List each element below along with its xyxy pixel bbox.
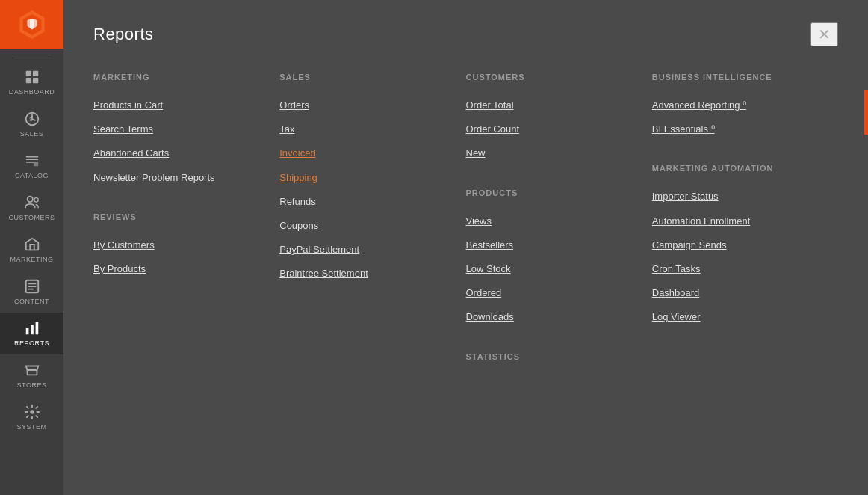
sidebar: DASHBOARD $ SALES CATALOG CUSTOMERS MARK…: [0, 0, 63, 495]
section-link-item[interactable]: Search Terms: [93, 117, 264, 141]
sidebar-item-marketing[interactable]: MARKETING: [0, 229, 63, 271]
section-heading: Products: [466, 188, 637, 197]
section-bi-col-0: Business IntelligenceAdvanced Reporting …: [652, 73, 823, 141]
section-bi-col-1: Marketing AutomationImporter StatusAutom…: [652, 164, 823, 329]
section-link-item[interactable]: Invoiced: [279, 141, 450, 165]
section-link-item[interactable]: Views: [466, 209, 637, 233]
sidebar-item-label: MARKETING: [10, 256, 53, 263]
section-link-item[interactable]: Refunds: [279, 190, 450, 214]
section-link-item[interactable]: Order Total: [466, 93, 637, 117]
section-link-item[interactable]: Downloads: [466, 305, 637, 329]
logo-icon: [18, 10, 46, 39]
sidebar-item-system[interactable]: SYSTEM: [0, 396, 63, 438]
section-link-item[interactable]: PayPal Settlement: [279, 238, 450, 262]
section-link-item[interactable]: Campaign Sends: [652, 233, 823, 257]
reports-grid: MarketingProducts in CartSearch TermsAba…: [93, 73, 838, 384]
section-marketing-col-0: MarketingProducts in CartSearch TermsAba…: [93, 73, 264, 190]
section-heading: Statistics: [466, 352, 637, 361]
svg-rect-0: [25, 71, 31, 76]
section-link-item[interactable]: Automation Enrollment: [652, 209, 823, 233]
section-customers-col-2: Statistics: [466, 352, 637, 361]
sidebar-item-catalog[interactable]: CATALOG: [0, 145, 63, 187]
section-heading: Customers: [466, 73, 637, 82]
dashboard-icon: [24, 69, 40, 85]
svg-rect-2: [25, 78, 31, 83]
section-link-item[interactable]: Cron Tasks: [652, 257, 823, 281]
reports-icon: [24, 320, 40, 336]
section-link-item[interactable]: By Products: [93, 257, 264, 281]
svg-rect-6: [33, 162, 37, 166]
sidebar-item-label: SYSTEM: [16, 423, 46, 431]
svg-point-7: [27, 197, 32, 202]
section-link-item[interactable]: Bestsellers: [466, 233, 637, 257]
sidebar-divider-top: [13, 58, 51, 58]
catalog-icon: [24, 153, 40, 169]
section-heading: Marketing Automation: [652, 164, 823, 173]
reports-column-sales-col: SalesOrdersTaxInvoicedShippingRefundsCou…: [279, 73, 465, 384]
section-marketing-col-1: ReviewsBy CustomersBy Products: [93, 212, 264, 281]
sidebar-item-dashboard[interactable]: DASHBOARD: [0, 61, 63, 103]
reports-column-bi-col: Business IntelligenceAdvanced Reporting …: [652, 73, 838, 384]
section-heading: Sales: [279, 73, 450, 82]
section-link-item[interactable]: Newsletter Problem Reports: [93, 166, 264, 190]
sidebar-item-reports[interactable]: REPORTS: [0, 313, 63, 354]
section-heading: Reviews: [93, 212, 264, 221]
section-link-item[interactable]: By Customers: [93, 233, 264, 257]
section-link-item[interactable]: Advanced Reporting ⁰: [652, 93, 823, 117]
svg-point-13: [30, 410, 34, 414]
sidebar-item-content[interactable]: CONTENT: [0, 271, 63, 313]
section-link-item[interactable]: Orders: [279, 93, 450, 117]
system-icon: [24, 404, 40, 420]
svg-text:$: $: [29, 116, 33, 123]
reports-column-customers-col: CustomersOrder TotalOrder CountNewProduc…: [466, 73, 652, 384]
svg-rect-1: [32, 71, 37, 76]
svg-rect-12: [35, 322, 38, 335]
sidebar-item-customers[interactable]: CUSTOMERS: [0, 187, 63, 229]
section-link-item[interactable]: BI Essentials ⁰: [652, 117, 823, 141]
reports-column-marketing-col: MarketingProducts in CartSearch TermsAba…: [93, 73, 279, 384]
section-link-item[interactable]: Dashboard: [652, 281, 823, 305]
section-link-item[interactable]: Importer Status: [652, 185, 823, 209]
sidebar-item-label: CATALOG: [15, 172, 49, 179]
svg-point-8: [34, 198, 38, 203]
content-icon: [24, 278, 40, 295]
accent-bar: [864, 90, 868, 135]
section-sales-col-0: SalesOrdersTaxInvoicedShippingRefundsCou…: [279, 73, 450, 286]
reports-panel: Reports ✕ MarketingProducts in CartSearc…: [63, 0, 868, 495]
marketing-icon: [24, 236, 40, 253]
section-link-item[interactable]: New: [466, 141, 637, 165]
reports-title: Reports: [93, 25, 154, 44]
sidebar-item-label: CONTENT: [14, 298, 49, 305]
customers-icon: [24, 194, 40, 211]
section-customers-col-0: CustomersOrder TotalOrder CountNew: [466, 73, 637, 166]
section-customers-col-1: ProductsViewsBestsellersLow StockOrdered…: [466, 188, 637, 330]
section-link-item[interactable]: Order Count: [466, 117, 637, 141]
reports-header: Reports ✕: [93, 22, 838, 46]
section-link-item[interactable]: Braintree Settlement: [279, 262, 450, 286]
section-link-item[interactable]: Ordered: [466, 281, 637, 305]
main-content: Reports ✕ MarketingProducts in CartSearc…: [63, 0, 868, 495]
sidebar-item-stores[interactable]: STORES: [0, 354, 63, 396]
sidebar-item-label: SALES: [20, 130, 44, 138]
stores-icon: [24, 362, 40, 378]
svg-rect-3: [32, 78, 37, 83]
sidebar-item-label: CUSTOMERS: [9, 214, 55, 221]
svg-rect-10: [25, 328, 28, 334]
section-link-item[interactable]: Low Stock: [466, 257, 637, 281]
section-link-item[interactable]: Products in Cart: [93, 93, 264, 117]
sidebar-item-label: STORES: [17, 381, 47, 389]
sidebar-item-sales[interactable]: $ SALES: [0, 103, 63, 145]
close-button[interactable]: ✕: [810, 22, 838, 46]
section-link-item[interactable]: Abandoned Carts: [93, 141, 264, 165]
section-link-item[interactable]: Tax: [279, 117, 450, 141]
section-link-item[interactable]: Coupons: [279, 214, 450, 238]
section-link-item[interactable]: Shipping: [279, 166, 450, 190]
sidebar-item-label: REPORTS: [14, 339, 49, 347]
section-heading: Marketing: [93, 73, 264, 82]
section-heading: Business Intelligence: [652, 73, 823, 82]
section-link-item[interactable]: Log Viewer: [652, 305, 823, 329]
magento-logo[interactable]: [0, 0, 63, 49]
sales-icon: $: [24, 111, 40, 127]
svg-rect-11: [31, 325, 34, 334]
sidebar-item-label: DASHBOARD: [9, 88, 55, 96]
